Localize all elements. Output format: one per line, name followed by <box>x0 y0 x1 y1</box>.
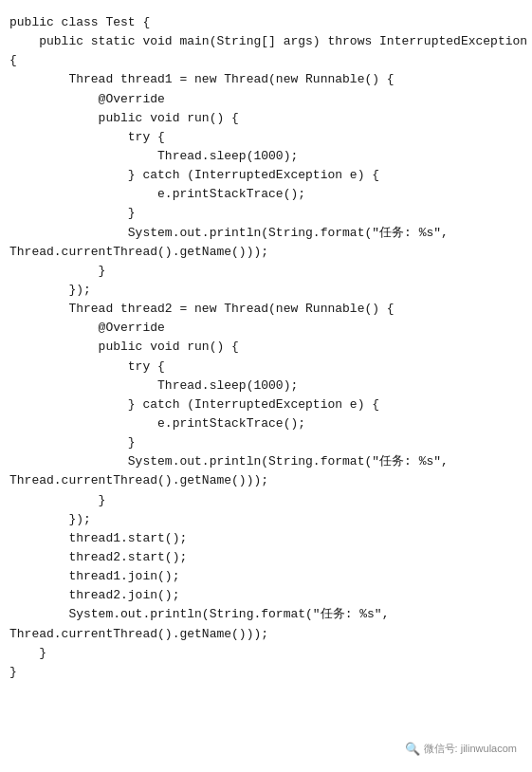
code-line: } <box>9 204 523 223</box>
code-line: } <box>9 644 523 663</box>
code-line: thread2.join(); <box>9 586 523 605</box>
watermark: 🔍 微信号: jilinwulacom <box>405 740 517 759</box>
code-line: }); <box>9 281 523 300</box>
code-line: } catch (InterruptedException e) { <box>9 395 523 414</box>
code-line: Thread thread1 = new Thread(new Runnable… <box>9 70 523 89</box>
watermark-icon: 🔍 <box>405 740 420 759</box>
code-block: public class Test { public static void m… <box>0 8 532 710</box>
code-line: try { <box>9 358 523 377</box>
code-line: Thread.currentThread().getName())); <box>9 471 523 490</box>
code-line: } <box>9 663 523 682</box>
code-line: public class Test { <box>9 13 523 32</box>
code-line: @Override <box>9 319 523 338</box>
code-line: }); <box>9 510 523 529</box>
watermark-text: 微信号: jilinwulacom <box>424 741 517 757</box>
code-line: System.out.println(String.format("任务: %s… <box>9 224 523 243</box>
code-line: } <box>9 262 523 281</box>
code-line: Thread.currentThread().getName())); <box>9 625 523 644</box>
code-line: Thread thread2 = new Thread(new Runnable… <box>9 300 523 319</box>
code-line: thread2.start(); <box>9 548 523 567</box>
code-line: Thread.sleep(1000); <box>9 377 523 395</box>
code-line: @Override <box>9 90 523 109</box>
code-line: e.printStackTrace(); <box>9 185 523 204</box>
code-line: public static void main(String[] args) t… <box>9 32 523 51</box>
code-line: Thread.sleep(1000); <box>9 147 523 166</box>
code-line: } <box>9 433 523 452</box>
code-line: System.out.println(String.format("任务: %s… <box>9 452 523 471</box>
code-line: Thread.currentThread().getName())); <box>9 243 523 262</box>
code-line: try { <box>9 128 523 147</box>
code-line: thread1.join(); <box>9 567 523 586</box>
code-line: public void run() { <box>9 338 523 357</box>
code-line: { <box>9 51 523 70</box>
code-line: e.printStackTrace(); <box>9 414 523 433</box>
code-line: System.out.println(String.format("任务: %s… <box>9 605 523 624</box>
code-line: } catch (InterruptedException e) { <box>9 166 523 185</box>
code-line: public void run() { <box>9 109 523 128</box>
code-line: thread1.start(); <box>9 529 523 548</box>
code-line: } <box>9 491 523 510</box>
